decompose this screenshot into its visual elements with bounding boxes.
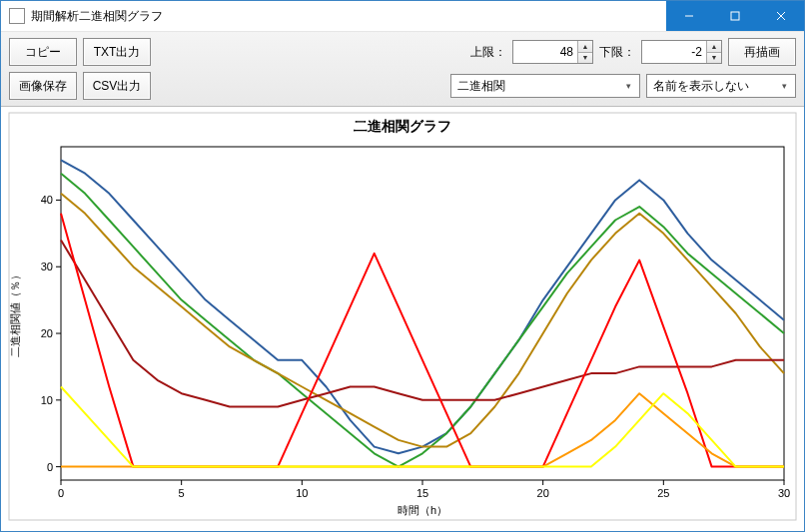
- svg-rect-1: [731, 12, 739, 20]
- chevron-down-icon: ▾: [777, 81, 791, 91]
- svg-text:10: 10: [296, 487, 308, 499]
- upper-limit-input[interactable]: [513, 41, 577, 63]
- analysis-type-value: 二進相関: [457, 78, 505, 95]
- upper-limit-label: 上限：: [470, 44, 506, 61]
- copy-button[interactable]: コピー: [9, 38, 77, 66]
- minimize-button[interactable]: [666, 1, 712, 31]
- svg-text:時間（h）: 時間（h）: [398, 504, 447, 516]
- lower-limit-step-down[interactable]: ▼: [707, 52, 721, 64]
- svg-text:20: 20: [41, 327, 53, 339]
- csv-export-button[interactable]: CSV出力: [83, 72, 151, 100]
- copy-button-label: コピー: [25, 44, 61, 61]
- txt-export-button[interactable]: TXT出力: [83, 38, 151, 66]
- lower-limit-input[interactable]: [642, 41, 706, 63]
- minimize-icon: [684, 11, 694, 21]
- chevron-down-icon: ▾: [621, 81, 635, 91]
- chart-area: 二進相関グラフ051015202530010203040時間（h）二進相関値（％…: [1, 107, 804, 531]
- svg-text:30: 30: [778, 487, 790, 499]
- window-title: 期間解析二進相関グラフ: [31, 8, 163, 25]
- toolbar-row-2: 画像保存 CSV出力 二進相関 ▾ 名前を表示しない ▾: [9, 72, 796, 100]
- toolbar-row-1: コピー TXT出力 上限： ▲ ▼ 下限： ▲ ▼ 再描画: [9, 38, 796, 66]
- maximize-icon: [730, 11, 740, 21]
- svg-text:0: 0: [58, 487, 64, 499]
- name-display-combo[interactable]: 名前を表示しない ▾: [646, 74, 796, 98]
- maximize-button[interactable]: [712, 1, 758, 31]
- lower-limit-field[interactable]: ▲ ▼: [641, 40, 722, 64]
- name-display-value: 名前を表示しない: [653, 78, 749, 95]
- app-window: 期間解析二進相関グラフ コピー TXT出力 上限： ▲ ▼: [0, 0, 805, 532]
- svg-text:40: 40: [41, 194, 53, 206]
- upper-limit-field[interactable]: ▲ ▼: [512, 40, 593, 64]
- close-icon: [776, 11, 786, 21]
- analysis-type-combo[interactable]: 二進相関 ▾: [450, 74, 640, 98]
- txt-export-label: TXT出力: [94, 44, 141, 61]
- csv-export-label: CSV出力: [93, 78, 142, 95]
- image-save-button[interactable]: 画像保存: [9, 72, 77, 100]
- upper-limit-step-up[interactable]: ▲: [578, 41, 592, 52]
- close-button[interactable]: [758, 1, 804, 31]
- svg-text:二進相関値（％）: 二進相関値（％）: [9, 269, 21, 357]
- svg-text:20: 20: [537, 487, 549, 499]
- lower-limit-step-up[interactable]: ▲: [707, 41, 721, 52]
- redraw-button-label: 再描画: [744, 44, 780, 61]
- redraw-button[interactable]: 再描画: [728, 38, 796, 66]
- lower-limit-label: 下限：: [599, 44, 635, 61]
- svg-text:25: 25: [657, 487, 669, 499]
- svg-text:二進相関グラフ: 二進相関グラフ: [354, 118, 451, 134]
- svg-text:30: 30: [41, 261, 53, 272]
- app-icon: [9, 8, 25, 24]
- upper-limit-step-down[interactable]: ▼: [578, 52, 592, 64]
- chart-svg: 二進相関グラフ051015202530010203040時間（h）二進相関値（％…: [1, 107, 804, 526]
- svg-text:15: 15: [416, 487, 428, 499]
- titlebar: 期間解析二進相関グラフ: [1, 1, 804, 32]
- svg-rect-6: [61, 147, 784, 480]
- caption-buttons: [666, 1, 804, 31]
- svg-text:10: 10: [41, 394, 53, 406]
- svg-text:5: 5: [179, 487, 185, 499]
- svg-text:0: 0: [47, 461, 53, 473]
- image-save-label: 画像保存: [19, 78, 67, 95]
- toolbar: コピー TXT出力 上限： ▲ ▼ 下限： ▲ ▼ 再描画 画: [1, 32, 804, 107]
